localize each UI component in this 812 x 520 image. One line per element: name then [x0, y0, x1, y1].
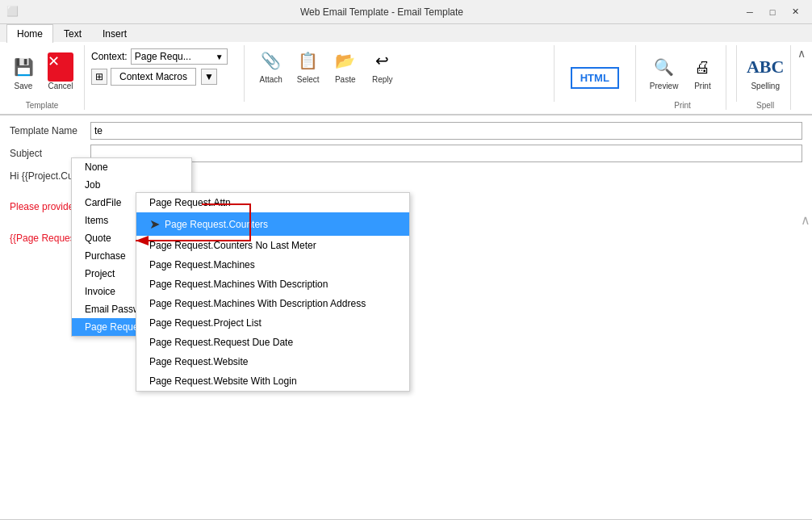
- template-group-label: Template: [26, 101, 59, 110]
- ribbon-collapse: ∧: [797, 45, 806, 60]
- html-group: HTML: [564, 45, 626, 110]
- ribbon-content: 💾 Save ✕ Cancel Template Context: Page R: [0, 42, 812, 115]
- app-icon: ⬜: [6, 6, 19, 19]
- context-row: Context: Page Requ... ▼: [91, 48, 228, 65]
- reply-button[interactable]: ↩ Reply: [366, 45, 400, 86]
- macro-request-due[interactable]: Page Request.Request Due Date: [136, 333, 409, 352]
- reply-icon: ↩: [370, 48, 396, 73]
- template-name-row: Template Name: [10, 122, 802, 140]
- macro-machines-desc[interactable]: Page Request.Machines With Description: [136, 275, 409, 294]
- print-buttons: 🔍 Preview 🖨 Print: [646, 45, 720, 99]
- context-controls: Context: Page Requ... ▼ ⊞ Context Macros…: [91, 45, 228, 86]
- select-icon: 📋: [295, 48, 321, 73]
- attach-button[interactable]: 📎 Attach: [254, 45, 288, 86]
- paste-icon: 📂: [333, 48, 358, 73]
- print-label: Print: [694, 82, 711, 90]
- ribbon-group-print: 🔍 Preview 🖨 Print Print: [646, 45, 727, 110]
- arrow-icon: ➤: [149, 216, 160, 232]
- separator-1: [244, 45, 245, 102]
- html-button[interactable]: HTML: [571, 67, 619, 89]
- spelling-icon: ABC: [752, 54, 778, 80]
- cancel-button[interactable]: ✕ Cancel: [44, 52, 77, 93]
- cancel-x-icon: ✕: [48, 52, 73, 82]
- select-label: Select: [297, 75, 320, 84]
- minimize-button[interactable]: ─: [739, 4, 760, 20]
- save-icon: 💾: [10, 54, 36, 80]
- paste-button[interactable]: 📂 Paste: [329, 45, 362, 86]
- spell-group-label: Spell: [756, 101, 774, 110]
- attach-icon: 📎: [258, 48, 284, 73]
- macro-project-list[interactable]: Page Request.Project List: [136, 313, 409, 333]
- preview-label: Preview: [650, 82, 679, 90]
- print-button[interactable]: 🖨 Print: [685, 52, 719, 93]
- macro-counters[interactable]: ➤ Page Request.Counters: [136, 212, 409, 236]
- cancel-label: Cancel: [48, 82, 73, 90]
- template-name-input[interactable]: [90, 122, 802, 140]
- subject-input[interactable]: [90, 145, 802, 162]
- macro-attn[interactable]: Page Request.Attn: [136, 193, 409, 212]
- tab-text[interactable]: Text: [53, 24, 92, 43]
- separator-4: [736, 45, 737, 102]
- ribbon-group-context: Context: Page Requ... ▼ ⊞ Context Macros…: [91, 45, 234, 110]
- paste-label: Paste: [335, 75, 356, 84]
- ribbon: Home Text Insert 💾 Save ✕ Cancel Templat…: [0, 24, 812, 115]
- template-buttons: 💾 Save ✕ Cancel: [6, 45, 77, 99]
- macro-counters-row: ➤ Page Request.Counters: [149, 216, 396, 232]
- ribbon-tabs: Home Text Insert: [0, 24, 812, 42]
- macro-website[interactable]: Page Request.Website: [136, 352, 409, 371]
- preview-button[interactable]: 🔍 Preview: [646, 52, 683, 93]
- reply-label: Reply: [372, 75, 393, 84]
- ctx-none[interactable]: None: [72, 158, 191, 176]
- restore-button[interactable]: □: [762, 4, 783, 20]
- macros-row: ⊞ Context Macros ▼: [91, 68, 228, 86]
- title-bar: ⬜ Web Email Template - Email Template ─ …: [0, 0, 812, 24]
- print-icon: 🖨: [689, 54, 715, 80]
- separator-3: [635, 45, 636, 102]
- macros-small-btn[interactable]: ⊞: [91, 69, 107, 85]
- context-dropdown[interactable]: Page Requ... ▼: [131, 48, 228, 65]
- main-content: Template Name Subject Hi {{Project.Custo…: [0, 115, 812, 519]
- preview-icon: 🔍: [651, 54, 677, 80]
- macro-counters-no-last[interactable]: Page Request.Counters No Last Meter: [136, 236, 409, 255]
- chevron-down-icon: ▼: [216, 52, 224, 61]
- cancel-icon: ✕: [48, 54, 73, 80]
- separator-2: [554, 45, 555, 102]
- title-bar-controls: ─ □ ✕: [739, 4, 806, 20]
- action-buttons: 📎 Attach 📋 Select 📂 Paste ↩ Reply: [254, 45, 544, 86]
- tab-home[interactable]: Home: [6, 24, 53, 43]
- scroll-up-indicator[interactable]: ∧: [801, 212, 810, 228]
- macros-dropdown: Page Request.Attn ➤ Page Request.Counter…: [136, 192, 410, 392]
- template-name-label: Template Name: [10, 125, 90, 136]
- macro-website-login[interactable]: Page Request.Website With Login: [136, 371, 409, 391]
- spell-buttons: ABC Spelling: [747, 45, 784, 99]
- macro-machines[interactable]: Page Request.Machines: [136, 255, 409, 275]
- collapse-icon[interactable]: ∧: [797, 47, 806, 60]
- attach-label: Attach: [260, 75, 283, 84]
- select-button[interactable]: 📋 Select: [291, 45, 325, 86]
- close-button[interactable]: ✕: [785, 4, 806, 20]
- title-bar-text: Web Email Template - Email Template: [24, 6, 739, 18]
- spelling-button[interactable]: ABC Spelling: [747, 52, 784, 93]
- macro-machines-desc-addr[interactable]: Page Request.Machines With Description A…: [136, 294, 409, 313]
- ribbon-group-spell: ABC Spelling Spell: [747, 45, 791, 110]
- ribbon-group-template: 💾 Save ✕ Cancel Template: [6, 45, 85, 110]
- spelling-label: Spelling: [751, 82, 780, 90]
- tab-insert[interactable]: Insert: [92, 24, 137, 43]
- context-macros-button[interactable]: Context Macros: [111, 68, 196, 86]
- ctx-job[interactable]: Job: [72, 176, 191, 194]
- context-label: Context:: [91, 51, 128, 62]
- macros-dropdown-btn[interactable]: ▼: [201, 69, 217, 85]
- print-group-label: Print: [674, 101, 691, 110]
- save-button[interactable]: 💾 Save: [6, 52, 40, 93]
- save-label: Save: [15, 82, 33, 90]
- context-dropdown-value: Page Requ...: [135, 51, 191, 62]
